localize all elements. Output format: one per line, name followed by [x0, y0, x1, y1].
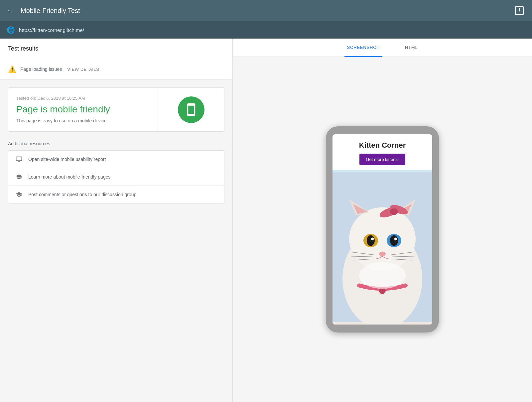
cat-image: [332, 170, 432, 325]
resources-card: Open site-wide mobile usability report L…: [8, 150, 224, 203]
url-display: https://kitten-corner.glitch.me/: [19, 27, 84, 33]
phone-screen: Kitten Corner Get more kittens!: [332, 134, 432, 325]
page-title: Mobile-Friendly Test: [21, 7, 513, 15]
svg-point-16: [379, 252, 386, 256]
right-panel: SCREENSHOT HTML Kitten Corner Get more k…: [233, 39, 532, 402]
test-results-title: Test results: [8, 45, 38, 52]
resource-text-learn: Learn more about mobile-friendly pages: [28, 174, 110, 180]
top-bar: ← Mobile-Friendly Test !: [0, 0, 532, 21]
svg-point-12: [371, 238, 374, 240]
discussion-icon: [15, 191, 23, 198]
result-card-right: [158, 88, 224, 131]
mobile-friendly-heading: Page is mobile friendly: [16, 104, 150, 115]
result-card-left: Tested on: Dec 6, 2018 at 10:25 AM Page …: [8, 88, 158, 131]
site-button-wrap: Get more kittens!: [332, 154, 432, 170]
site-title: Kitten Corner: [332, 134, 432, 154]
svg-point-14: [390, 235, 398, 246]
warning-icon: ⚠️: [8, 65, 16, 73]
warning-bar: ⚠️ Page loading issues VIEW DETAILS: [0, 59, 232, 79]
phone-mockup: Kitten Corner Get more kittens!: [326, 126, 439, 333]
svg-point-11: [367, 235, 375, 246]
monitor-icon: [15, 156, 23, 163]
resource-text-discussion: Post comments or questions to our discus…: [28, 192, 136, 197]
back-button[interactable]: ←: [7, 6, 14, 15]
resource-text-usability: Open site-wide mobile usability report: [28, 157, 106, 162]
mobile-phone-icon: [184, 103, 198, 117]
mobile-icon-circle: [178, 96, 204, 123]
tab-screenshot[interactable]: SCREENSHOT: [344, 39, 382, 57]
view-details-link[interactable]: VIEW DETAILS: [67, 67, 99, 72]
mobile-friendly-description: This page is easy to use on a mobile dev…: [16, 118, 150, 123]
feedback-button[interactable]: !: [513, 5, 525, 17]
resource-item-discussion[interactable]: Post comments or questions to our discus…: [8, 186, 224, 203]
left-panel: Test results ⚠️ Page loading issues VIEW…: [0, 39, 233, 402]
result-card: Tested on: Dec 6, 2018 at 10:25 AM Page …: [8, 87, 224, 132]
svg-point-24: [359, 262, 406, 289]
additional-resources-title: Additional resources: [8, 141, 224, 146]
warning-text: Page loading issues: [20, 67, 62, 72]
test-results-header: Test results: [0, 39, 232, 59]
content-area: Tested on: Dec 6, 2018 at 10:25 AM Page …: [0, 79, 232, 211]
cat-illustration: [332, 170, 432, 325]
tested-on-date: Tested on: Dec 6, 2018 at 10:25 AM: [16, 96, 150, 101]
learn-icon: [15, 174, 23, 180]
resource-item-usability[interactable]: Open site-wide mobile usability report: [8, 151, 224, 168]
url-bar: 🌐 https://kitten-corner.glitch.me/: [0, 21, 532, 39]
svg-point-15: [394, 238, 397, 240]
svg-point-9: [390, 208, 398, 215]
site-get-kittens-button[interactable]: Get more kittens!: [359, 154, 406, 165]
resource-item-learn[interactable]: Learn more about mobile-friendly pages: [8, 168, 224, 186]
phone-preview-area: Kitten Corner Get more kittens!: [233, 57, 532, 402]
tabs-bar: SCREENSHOT HTML: [233, 39, 532, 57]
tab-html[interactable]: HTML: [402, 39, 421, 57]
globe-icon: 🌐: [7, 26, 15, 34]
feedback-icon: !: [515, 6, 524, 15]
main-layout: Test results ⚠️ Page loading issues VIEW…: [0, 39, 532, 402]
